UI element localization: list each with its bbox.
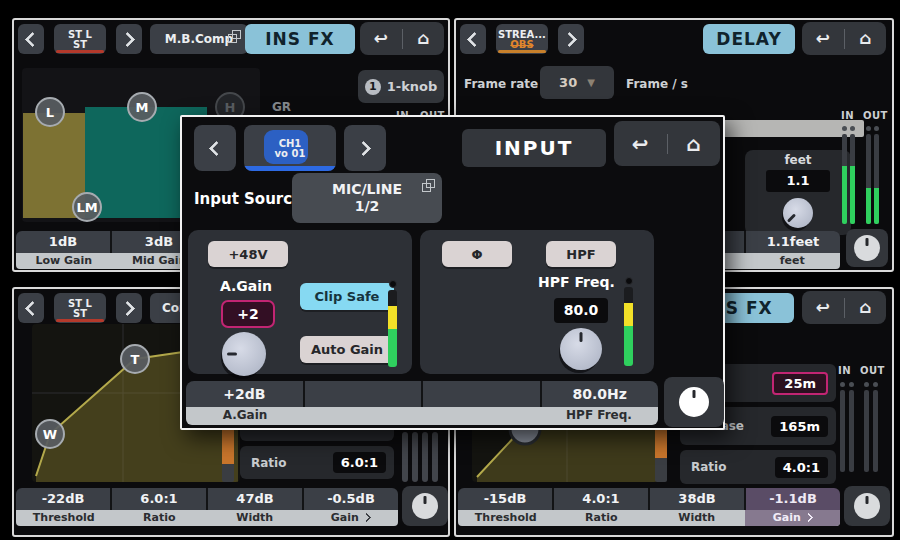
channel-next-button[interactable] [558,24,584,54]
hpf-freq-value[interactable]: 80.0 [554,298,608,323]
width-value[interactable]: 38dB [650,488,744,510]
feet-label: feet [745,153,851,167]
fx-preset-button[interactable]: M.B.Comp [150,24,248,54]
again-value[interactable]: +2 [221,300,275,328]
again-param-value[interactable]: +2dB [186,381,303,407]
channel-select-button[interactable]: CH1 vo 01 [244,125,336,171]
touch-knob-button[interactable] [844,486,890,526]
hpf-button[interactable]: HPF [546,241,616,267]
channel-prev-button[interactable] [194,125,236,171]
gain-value-selected[interactable]: -1.1dB [746,488,840,510]
channel-prev-button[interactable] [18,24,44,54]
channel-select-button[interactable]: STREA... OBS [496,24,548,54]
ratio-row-label: Ratio [251,456,286,470]
threshold-handle[interactable]: T [120,344,150,374]
delay-feet-box: feet 1.1 [745,150,851,235]
width-handle[interactable]: W [35,419,65,449]
screen-title-ins-fx: INS FX [245,24,355,54]
param-value[interactable]: 1dB [16,231,110,253]
one-knob-button[interactable]: 1 1-knob [358,70,444,103]
param-value[interactable]: 1.1feet [746,231,840,253]
ratio-row[interactable]: Ratio 4.0:1 [680,450,836,484]
knob-icon [854,235,880,261]
threshold-value[interactable]: -22dB [16,488,110,510]
width-value[interactable]: 47dB [208,488,302,510]
parameter-strip: -22dB 6.0:1 47dB -0.5dB Threshold Ratio … [16,488,398,526]
home-icon[interactable]: ⌂ [667,134,720,154]
threshold-value[interactable]: -15dB [458,488,552,510]
copy-icon [232,30,241,39]
in-meter [850,134,855,224]
frame-rate-value: 30 [559,75,577,90]
input-source-button[interactable]: MIC/LINE 1/2 [292,173,442,223]
clip-safe-button[interactable]: Clip Safe [300,283,394,310]
touch-knob-button[interactable] [846,229,888,267]
channel-next-button[interactable] [116,293,142,323]
knob-icon [679,387,709,417]
hpf-freq-knob[interactable] [560,328,602,370]
peak-dot [874,126,879,131]
ratio-value: 4.0:1 [775,457,828,478]
chevron-right-icon [120,31,136,47]
param-label: feet [745,253,841,269]
param-label [422,407,540,425]
channel-select-button[interactable]: ST L ST [54,293,106,323]
out-meter [874,134,879,224]
feet-value[interactable]: 1.1 [766,170,830,192]
touch-knob-button[interactable] [664,377,724,427]
phase-button[interactable]: Φ [442,241,512,267]
threshold-label: Threshold [16,510,112,526]
in-meter [840,390,845,472]
peak-dot [625,277,633,285]
param-value[interactable] [305,381,422,407]
gain-label: Gain [303,510,399,526]
meter-bar [422,432,428,482]
band-handle-lm[interactable]: LM [72,192,102,222]
feet-knob[interactable] [783,198,813,228]
in-label: IN [838,365,851,376]
out-meter [873,390,878,472]
back-icon[interactable]: ↩ [802,30,844,47]
knob-icon [412,493,438,519]
peak-dot [389,280,397,288]
home-icon[interactable]: ⌂ [844,299,886,316]
parameter-strip: +2dB 80.0Hz A.Gain HPF Freq. [186,381,658,425]
hpf-param-value[interactable]: 80.0Hz [542,381,659,407]
param-label: Low Gain [16,253,112,269]
phantom-48v-button[interactable]: +48V [208,241,288,267]
meter-bar [432,432,438,482]
copy-icon [426,179,435,188]
fx-preset-label: M.B.Comp [165,32,233,46]
again-label: A.Gain [218,278,274,294]
gain-value[interactable]: -0.5dB [304,488,398,510]
ratio-row[interactable]: Ratio 6.0:1 [240,446,394,479]
channel-prev-button[interactable] [18,293,44,323]
home-icon[interactable]: ⌂ [844,30,886,47]
channel-prev-button[interactable] [460,24,486,54]
back-icon[interactable]: ↩ [360,30,402,47]
ratio-value[interactable]: 4.0:1 [554,488,648,510]
frame-rate-dropdown[interactable]: 30 ▼ [540,66,614,99]
channel-next-button[interactable] [116,24,142,54]
ratio-row-value: 6.0:1 [333,452,386,473]
channel-next-button[interactable] [344,125,386,171]
peak-dot [849,382,854,387]
nav-box: ↩ ⌂ [360,22,444,55]
back-icon[interactable]: ↩ [614,134,667,154]
touch-knob-button[interactable] [402,486,448,526]
band-handle-l[interactable]: L [35,97,65,127]
ratio-value[interactable]: 6.0:1 [112,488,206,510]
home-icon[interactable]: ⌂ [402,30,444,47]
band-handle-m[interactable]: M [127,92,157,122]
gr-label: GR [272,100,291,114]
again-knob[interactable] [222,332,266,376]
auto-gain-button[interactable]: Auto Gain [300,336,394,363]
channel-select-button[interactable]: ST L ST [54,24,106,54]
release-value: 165m [771,416,828,437]
mixer-screen: ST L ST M.B.Comp INS FX ↩ ⌂ L M H LM GR … [0,0,900,540]
channel-name-line2: ST [73,40,87,51]
meter-bar [412,432,418,482]
param-value[interactable] [423,381,540,407]
back-icon[interactable]: ↩ [802,299,844,316]
hpf-freq-label: HPF Freq. [538,274,615,290]
